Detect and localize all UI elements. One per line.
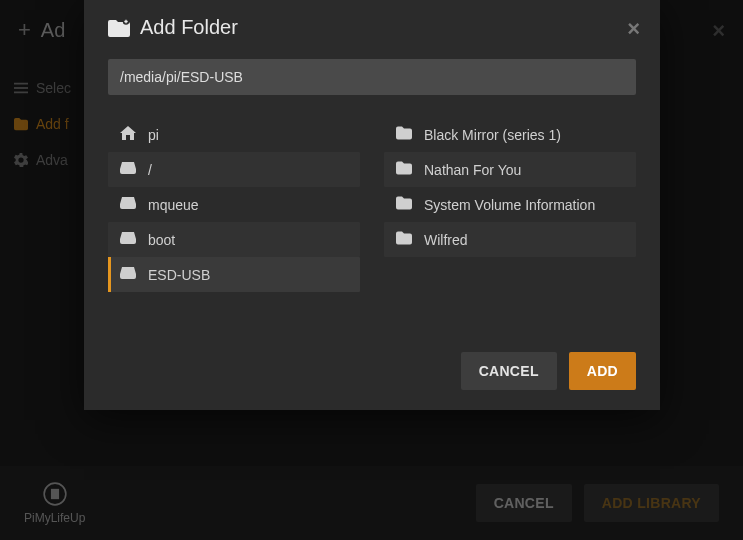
drive-row[interactable]: boot [108, 222, 360, 257]
drive-row[interactable]: pi [108, 117, 360, 152]
path-input-wrap [84, 59, 660, 111]
drive-label: ESD-USB [148, 267, 210, 283]
drives-column: pi/mqueuebootESD-USB [108, 117, 360, 338]
folder-icon [396, 196, 412, 213]
folder-row[interactable]: Nathan For You [384, 152, 636, 187]
folder-icon [396, 231, 412, 248]
drive-row[interactable]: / [108, 152, 360, 187]
folders-column: Black Mirror (series 1)Nathan For YouSys… [384, 117, 636, 338]
folder-icon [396, 161, 412, 178]
drive-label: mqueue [148, 197, 199, 213]
folder-row[interactable]: Black Mirror (series 1) [384, 117, 636, 152]
folder-browser: pi/mqueuebootESD-USB Black Mirror (serie… [84, 111, 660, 338]
drive-label: pi [148, 127, 159, 143]
add-button[interactable]: ADD [569, 352, 636, 390]
folder-add-icon [108, 18, 130, 38]
drive-icon [120, 196, 136, 213]
modal-footer: CANCEL ADD [84, 338, 660, 410]
modal-header: Add Folder [84, 0, 660, 59]
folder-label: Black Mirror (series 1) [424, 127, 561, 143]
drive-label: boot [148, 232, 175, 248]
drive-icon [120, 231, 136, 248]
drive-label: / [148, 162, 152, 178]
path-input[interactable] [108, 59, 636, 95]
modal-close-icon[interactable]: × [627, 16, 640, 42]
folder-label: Wilfred [424, 232, 468, 248]
drive-icon [120, 161, 136, 178]
folder-row[interactable]: Wilfred [384, 222, 636, 257]
folder-row[interactable]: System Volume Information [384, 187, 636, 222]
drive-row[interactable]: ESD-USB [108, 257, 360, 292]
drive-row[interactable]: mqueue [108, 187, 360, 222]
drive-icon [120, 266, 136, 283]
home-icon [120, 126, 136, 143]
add-folder-modal: Add Folder × pi/mqueuebootESD-USB Black … [84, 0, 660, 410]
cancel-button[interactable]: CANCEL [461, 352, 557, 390]
folder-label: Nathan For You [424, 162, 521, 178]
modal-title: Add Folder [140, 16, 238, 39]
folder-icon [396, 126, 412, 143]
folder-label: System Volume Information [424, 197, 595, 213]
